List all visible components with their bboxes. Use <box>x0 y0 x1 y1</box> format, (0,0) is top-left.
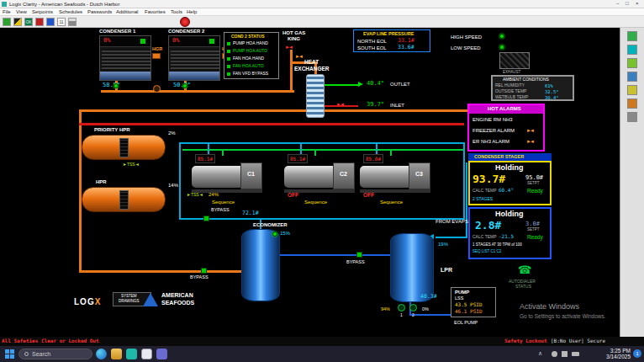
priority-hpr-vessel[interactable] <box>82 135 166 160</box>
lpr-pump-percent: 94% <box>381 306 390 311</box>
condenser2-label: CONDENSER 2 <box>168 29 204 35</box>
system-drawings-line2: DRAWINGS <box>119 300 140 304</box>
taskbar-folder-icon[interactable] <box>111 349 122 359</box>
pump-lss-sub: LSS <box>455 295 463 301</box>
status-indicator <box>227 57 230 61</box>
strip-screen4-icon[interactable] <box>627 72 637 82</box>
status-indicator <box>227 65 230 68</box>
menu-item-file[interactable]: File <box>3 9 11 15</box>
search-box[interactable]: Search <box>18 349 92 359</box>
toolbar-trend-icon[interactable] <box>46 18 55 26</box>
c1-display: 85.1# <box>195 154 215 163</box>
bypass2-valve[interactable] <box>201 268 207 274</box>
taskbar-app2-icon[interactable] <box>141 349 152 359</box>
lpr-pressure: 40.3# <box>420 294 437 300</box>
menu-item-additional[interactable]: Additional <box>116 9 138 15</box>
wifi-icon[interactable] <box>552 351 557 357</box>
menu-item-view[interactable]: View <box>16 9 27 15</box>
toolbar-ok-icon[interactable]: OK <box>24 18 33 26</box>
seafoods-label: SEAFOODS <box>161 300 194 306</box>
toolbar-alarm-bell-icon[interactable] <box>180 17 190 27</box>
king-valve2-icon[interactable]: ►◄ <box>295 54 302 59</box>
menu-item-favorites[interactable]: Favorites <box>145 9 166 15</box>
outlet-temp: 40.4° <box>367 81 384 88</box>
status-indicator <box>227 72 230 76</box>
evap-pressure-panel: EVAP LINE PRESSURE NORTH EOL 33.1# SOUTH… <box>353 29 430 52</box>
compressor-c1[interactable]: 85.1# C1 <box>192 154 262 196</box>
maximize-button[interactable]: □ <box>626 1 629 7</box>
compressor-c2[interactable]: 85.1# C2 <box>284 154 355 196</box>
king-valve-icon[interactable]: ►◄ <box>285 45 292 50</box>
lpr-pump1[interactable] <box>398 304 405 311</box>
condenser-stager-value: 93.7# <box>472 173 505 185</box>
economizer-vessel[interactable] <box>241 229 280 301</box>
taskbar-edge-icon[interactable] <box>96 349 107 359</box>
clock[interactable]: 3:25 PM 3/14/2025 <box>587 348 631 359</box>
hot-alarms-header: HOT ALARMS <box>469 105 543 114</box>
menu-item-help[interactable]: Help <box>187 9 197 15</box>
toolbar-screens-icon[interactable] <box>3 18 11 26</box>
bypass3-valve[interactable] <box>356 252 362 258</box>
condenser-stager-panel[interactable]: Holding 93.7# 95.0# SETPT CALC TEMP 60.4… <box>468 161 552 205</box>
user-secure-text: [B:No User] Secure <box>551 338 605 344</box>
exhaust-fan[interactable] <box>499 52 530 69</box>
c3-display: 85.0# <box>363 154 383 163</box>
toolbar-alarm-icon[interactable] <box>13 18 22 26</box>
condenser-stager-title: CONDENSER STAGER <box>474 154 524 159</box>
c1-mode: Sequence <box>212 200 235 205</box>
hpr-vessel[interactable] <box>82 187 166 212</box>
right-icon-strip <box>620 28 644 337</box>
pipe-from-evaps <box>435 237 467 238</box>
condenser1-hgr-valve[interactable] <box>152 53 161 59</box>
condenser-stager-state: Holding <box>495 164 524 173</box>
strip-screen3-icon[interactable] <box>627 58 637 68</box>
condenser1-label: CONDENSER 1 <box>99 29 135 35</box>
strip-screen7-icon[interactable] <box>627 112 637 122</box>
strip-screen5-icon[interactable] <box>627 85 637 95</box>
strip-screen6-icon[interactable] <box>627 98 637 109</box>
toolbar-stop-icon[interactable] <box>35 18 44 26</box>
menu-item-passwords[interactable]: Passwords <box>87 9 112 15</box>
economizer-label: ECONOMIZER <box>253 222 288 228</box>
menu-item-tools[interactable]: Tools <box>171 9 182 15</box>
menu-item-schedules[interactable]: Schedules <box>59 9 82 15</box>
notification-badge[interactable]: 1 <box>633 349 641 358</box>
pipe-hot-gas-header <box>79 123 464 125</box>
autodialer-phone-icon[interactable]: ☎ <box>518 264 531 276</box>
bypass1-valve[interactable] <box>203 216 209 221</box>
toolbar-print-icon[interactable] <box>68 18 77 26</box>
condenser1-run-indicator <box>140 39 145 44</box>
economizer-valve[interactable] <box>272 232 277 237</box>
tray-expand-icon[interactable]: ∧ <box>538 350 542 357</box>
volume-icon[interactable] <box>562 351 567 357</box>
condenser2-unit[interactable]: 0% <box>168 35 220 81</box>
start-button[interactable] <box>5 349 14 359</box>
lpr-level: 19% <box>438 242 448 248</box>
taskbar-app1-icon[interactable] <box>126 349 137 359</box>
minimize-button[interactable]: – <box>616 1 619 7</box>
compressor-stager-value: 2.8# <box>475 220 501 232</box>
strip-screen2-icon[interactable] <box>627 45 637 55</box>
pump-lss-value1: 43.5 PSID <box>455 302 483 308</box>
lpr-vessel[interactable] <box>390 233 434 302</box>
window-title: Logix Clarity - American Seafoods - Dutc… <box>9 2 119 8</box>
toolbar-tags-icon[interactable]: 11 <box>57 18 66 26</box>
battery-icon[interactable] <box>572 352 579 356</box>
inlet-valve-icon[interactable]: ►◄ <box>336 102 343 107</box>
lpr-label: LPR <box>441 267 452 274</box>
alarm-valve-icon: ►◄ <box>526 128 533 133</box>
condenser2-valve[interactable] <box>182 83 187 88</box>
condenser1-unit[interactable]: 0% <box>99 35 151 81</box>
condenser1-valve[interactable] <box>113 83 119 88</box>
compressor-c3[interactable]: 85.0# C3 <box>360 154 430 196</box>
cond2-status-row: FAN HOA HAND <box>233 56 264 61</box>
close-button[interactable]: × <box>636 1 639 7</box>
strip-screen1-icon[interactable] <box>627 31 637 41</box>
lpr-pump2[interactable] <box>409 304 417 311</box>
low-speed-indicator <box>499 45 504 50</box>
menu-item-setpoints[interactable]: Setpoints <box>32 9 53 15</box>
condenser-pump[interactable] <box>153 85 161 93</box>
taskbar-app3-icon[interactable] <box>156 349 167 359</box>
heat-exchanger-vessel[interactable] <box>306 74 325 118</box>
compressor-stager-panel[interactable]: Holding 2.8# 3.0# SETPT CALC TEMP -21.5 … <box>468 207 552 259</box>
